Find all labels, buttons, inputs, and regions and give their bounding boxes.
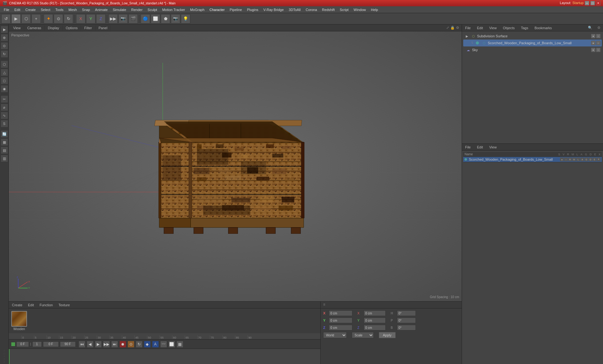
left-tool-rotate[interactable]: ↻ (1, 50, 8, 58)
menu-vray[interactable]: V-Ray Bridge (261, 7, 286, 12)
left-tool-nurbs[interactable]: ◻ (1, 77, 8, 84)
tool-render-to-picture[interactable]: 🎬 (128, 14, 138, 24)
material-menu-function[interactable]: Function (38, 302, 55, 308)
menu-render[interactable]: Render (129, 7, 145, 12)
attr-row-wooden[interactable]: Scorched_Wooden_Packaging_of_Boards_Low_… (463, 157, 602, 162)
material-menu-texture[interactable]: Texture (57, 302, 72, 308)
tool-cylinder[interactable]: ⬟ (161, 14, 170, 24)
attr-menu-file[interactable]: File (463, 145, 473, 150)
left-tool-grid[interactable]: ▤ (1, 147, 8, 154)
timeline-prev-frame[interactable]: ◀ (87, 341, 94, 348)
coord-x-rot[interactable] (364, 310, 386, 316)
tool-cube[interactable]: ⬜ (151, 14, 160, 24)
timeline-loop[interactable]: ↻ (136, 341, 143, 348)
viewport-tab-view[interactable]: View (10, 25, 24, 30)
timeline-frame-step[interactable] (32, 341, 42, 347)
timeline-grid[interactable]: ▦ (177, 341, 183, 348)
left-tool-brush[interactable]: ⌀ (1, 104, 8, 111)
menu-window[interactable]: Window (351, 7, 368, 12)
attr-icon-x[interactable]: ✕ (597, 158, 600, 161)
scene-item-subdivision[interactable]: ▶ ⬡ Subdivision Surface ● ○ (463, 33, 602, 40)
menu-mograph[interactable]: MoGraph (187, 7, 207, 12)
apply-button[interactable]: Apply (379, 332, 396, 338)
material-menu-edit[interactable]: Edit (26, 302, 36, 308)
scene-menu-tags[interactable]: Tags (519, 25, 530, 30)
menu-3dtoall[interactable]: 3DToAll (286, 7, 303, 12)
timeline-record[interactable]: ⏺ (119, 341, 126, 348)
tool-light[interactable]: 💡 (181, 14, 190, 24)
timeline-play[interactable]: ▶ (95, 341, 102, 348)
timeline-autokey[interactable]: A (152, 341, 159, 348)
tool-y-axis[interactable]: Y (86, 14, 95, 24)
coord-y-rot[interactable] (364, 318, 386, 323)
coord-world-mode[interactable]: World Object Parent (323, 332, 347, 338)
attr-icon-r[interactable]: R (568, 158, 572, 161)
scene-menu-objects[interactable]: Objects (501, 25, 516, 30)
menu-file[interactable]: File (1, 7, 12, 12)
left-tool-polygon[interactable]: ⬡ (1, 61, 8, 68)
viewport-expand-icon[interactable]: ⤢ (446, 26, 449, 30)
timeline-path[interactable]: ⬜ (168, 341, 175, 348)
coord-b-val[interactable] (397, 325, 416, 330)
menu-motion-tracker[interactable]: Motion Tracker (160, 7, 187, 12)
menu-animate[interactable]: Animate (93, 7, 110, 12)
attr-menu-edit[interactable]: Edit (475, 145, 485, 150)
menu-mesh[interactable]: Mesh (66, 7, 79, 12)
tool-render-region[interactable]: ▶▶ (108, 14, 118, 24)
timeline-current-frame[interactable] (43, 341, 59, 347)
tool-mode-poly[interactable]: + (31, 14, 41, 24)
timeline-motion[interactable]: 〰 (160, 341, 167, 348)
timeline-record-obj[interactable]: ⊙ (128, 341, 134, 348)
tool-z-axis[interactable]: Z (96, 14, 106, 24)
timeline-to-start[interactable]: ⏮ (79, 341, 85, 348)
left-tool-move[interactable]: ⊕ (1, 34, 8, 41)
left-tool-knife[interactable]: ✂ (1, 95, 8, 103)
coord-z-pos[interactable] (329, 325, 352, 330)
scene-menu-view[interactable]: View (487, 25, 499, 30)
tool-mode-object[interactable]: ▶ (11, 14, 21, 24)
tool-sphere[interactable]: 🔵 (141, 14, 150, 24)
menu-pipeline[interactable]: Pipeline (227, 7, 244, 12)
timeline-next-frame[interactable]: ▶▶ (103, 341, 110, 348)
tool-rotate[interactable]: ↻ (64, 14, 73, 24)
attr-icon-g[interactable]: G (584, 158, 588, 161)
timeline-track[interactable] (9, 349, 320, 364)
scene-item-wooden-mesh[interactable]: └ ⬡ Scorched_Wooden_Packaging_of_Boards_… (463, 40, 602, 46)
attr-menu-view[interactable]: View (487, 145, 499, 150)
scene-render-icon[interactable]: ○ (596, 34, 600, 38)
left-tool-spline[interactable]: △ (1, 69, 8, 76)
tool-scale[interactable]: ⊙ (54, 14, 63, 24)
coord-x-pos[interactable] (329, 310, 352, 316)
menu-plugins[interactable]: Plugins (244, 7, 261, 12)
close-button[interactable]: ✕ (596, 1, 600, 5)
scene-visible-icon[interactable]: ● (591, 34, 595, 38)
menu-snap[interactable]: Snap (79, 7, 93, 12)
menu-create[interactable]: Create (23, 7, 38, 12)
tool-x-axis[interactable]: X (76, 14, 85, 24)
timeline-to-end[interactable]: ⏭ (111, 341, 118, 348)
coord-h-val[interactable] (397, 310, 416, 316)
material-swatch-wooden[interactable] (11, 311, 27, 327)
coord-y-pos[interactable] (329, 318, 352, 323)
scene-item-sky[interactable]: ☁ Sky ● ○ (463, 46, 602, 53)
coord-p-val[interactable] (397, 318, 416, 323)
attr-icon-l[interactable]: L (576, 158, 580, 161)
menu-character[interactable]: Character (207, 7, 227, 12)
left-tool-deformer[interactable]: ◉ (1, 85, 8, 93)
menu-simulate[interactable]: Simulate (110, 7, 129, 12)
timeline-keyframe[interactable]: ◆ (144, 341, 151, 348)
menu-sculpt[interactable]: Sculpt (145, 7, 160, 12)
left-tool-paint[interactable]: ∿ (1, 112, 8, 119)
viewport-tab-panel[interactable]: Panel (95, 25, 111, 30)
scene-menu-file[interactable]: File (463, 25, 473, 30)
viewport-tab-filter[interactable]: Filter (81, 25, 95, 30)
left-tool-uvw[interactable]: ▦ (1, 138, 8, 146)
tool-render-view[interactable]: 📷 (118, 14, 128, 24)
maximize-button[interactable]: □ (590, 1, 595, 5)
scene-sky-render-icon[interactable]: ○ (596, 48, 600, 52)
minimize-button[interactable]: ─ (585, 1, 589, 5)
left-tool-magnet[interactable]: S (1, 120, 8, 127)
timeline-frame-end[interactable] (60, 341, 76, 347)
viewport[interactable]: Perspective (9, 31, 462, 301)
menu-redshift[interactable]: Redshift (319, 7, 337, 12)
